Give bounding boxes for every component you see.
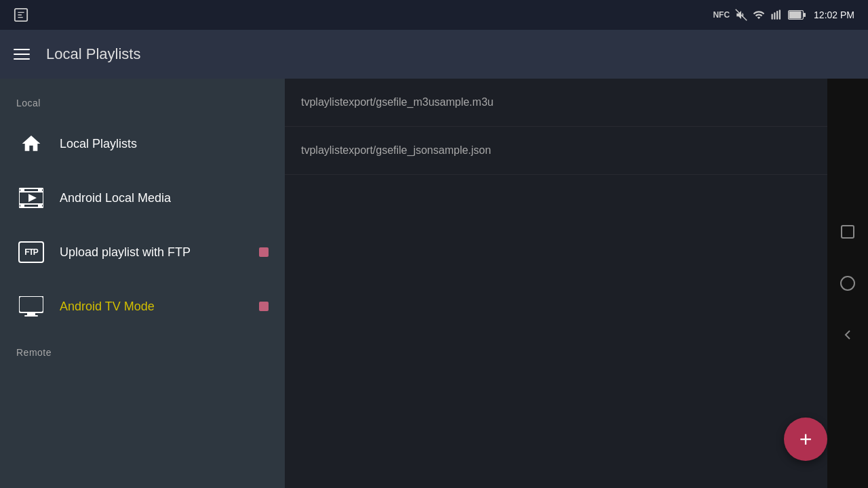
system-nav-buttons — [827, 79, 868, 488]
playlist-path-2: tvplaylistexport/gsefile_jsonsample.json — [301, 144, 826, 157]
drawer-item-android-tv[interactable]: Android TV Mode — [0, 279, 285, 333]
android-local-media-label: Android Local Media — [60, 191, 269, 205]
svg-rect-13 — [38, 188, 42, 192]
hamburger-menu-button[interactable] — [14, 49, 30, 60]
upload-ftp-label: Upload playlist with FTP — [60, 245, 245, 260]
svg-rect-2 — [772, 14, 773, 20]
svg-rect-18 — [27, 313, 35, 315]
film-icon — [16, 183, 46, 213]
svg-rect-14 — [20, 203, 24, 207]
battery-icon — [788, 10, 806, 20]
back-nav-button[interactable] — [835, 323, 860, 347]
main-content: Local Local Playlists — [0, 79, 868, 488]
wifi-icon — [753, 9, 765, 21]
local-playlists-label: Local Playlists — [60, 137, 269, 151]
nfc-icon: NFC — [713, 10, 730, 20]
playlist-path-1: tvplaylistexport/gsefile_m3usample.m3u — [301, 96, 826, 108]
home-nav-button[interactable] — [835, 271, 860, 296]
mute-icon — [735, 9, 747, 21]
svg-rect-17 — [19, 296, 43, 312]
drawer-item-android-local-media[interactable]: Android Local Media — [0, 171, 285, 225]
svg-rect-19 — [24, 315, 38, 317]
android-tv-label: Android TV Mode — [60, 300, 245, 314]
svg-rect-7 — [789, 12, 802, 19]
ftp-icon: FTP — [16, 237, 46, 267]
drawer-section-local: Local — [0, 92, 285, 117]
playlist-item: tvplaylistexport/gsefile_jsonsample.json — [285, 127, 868, 175]
drawer-section-remote: Remote — [0, 333, 285, 363]
svg-rect-15 — [38, 203, 42, 207]
fab-plus-icon: + — [800, 428, 812, 450]
svg-marker-16 — [28, 194, 37, 202]
svg-rect-20 — [842, 226, 854, 238]
recent-apps-button[interactable] — [835, 220, 860, 244]
status-bar: NFC 12:02 PM — [0, 0, 868, 30]
playlist-item: tvplaylistexport/gsefile_m3usample.m3u — [285, 79, 868, 127]
signal-icon — [770, 9, 783, 21]
drawer-item-local-playlists[interactable]: Local Playlists — [0, 117, 285, 171]
tv-badge — [259, 302, 269, 311]
navigation-drawer: Local Local Playlists — [0, 79, 285, 488]
svg-rect-4 — [776, 11, 778, 20]
home-icon — [16, 129, 46, 159]
drawer-item-upload-ftp[interactable]: FTP Upload playlist with FTP — [0, 225, 285, 279]
add-playlist-fab[interactable]: + — [784, 418, 827, 461]
playlist-panel: tvplaylistexport/gsefile_m3usample.m3u t… — [285, 79, 868, 488]
svg-point-21 — [841, 277, 854, 290]
svg-rect-12 — [20, 188, 24, 192]
app-icon — [14, 7, 28, 22]
svg-rect-5 — [779, 10, 781, 20]
app-bar: Local Playlists — [0, 30, 868, 79]
time-display: 12:02 PM — [814, 9, 854, 20]
status-icons: NFC 12:02 PM — [713, 9, 854, 21]
svg-rect-3 — [774, 12, 775, 20]
tv-icon — [16, 291, 46, 321]
ftp-badge — [259, 247, 269, 257]
svg-rect-8 — [804, 13, 806, 17]
page-title: Local Playlists — [46, 45, 140, 63]
